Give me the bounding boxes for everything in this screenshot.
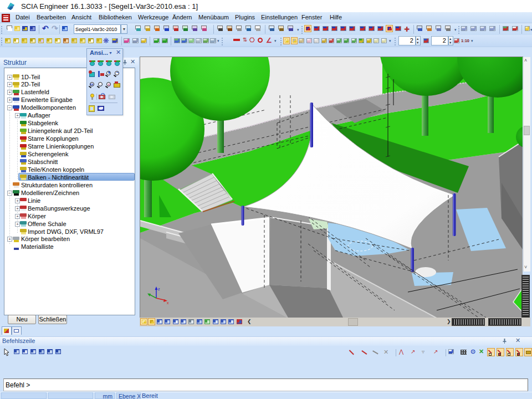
svg-text:x: x [167, 301, 169, 305]
svg-text:z: z [158, 287, 160, 291]
